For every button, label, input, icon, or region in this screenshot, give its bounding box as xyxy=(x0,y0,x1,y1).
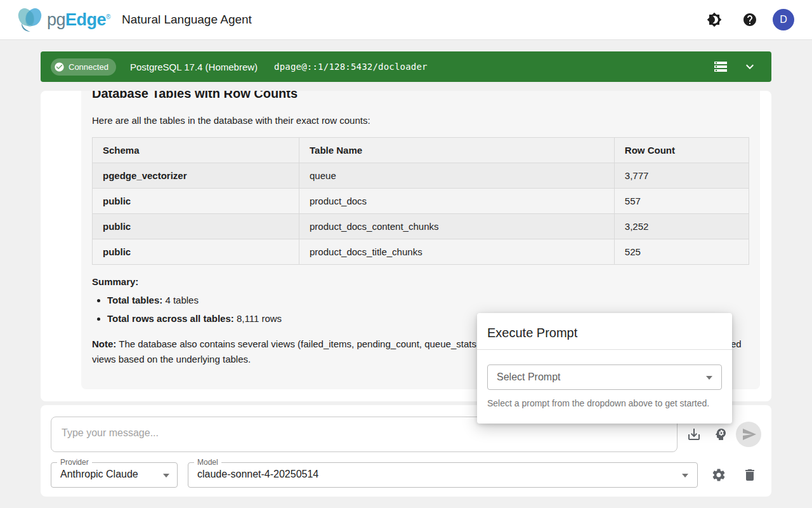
execute-prompt-modal: Execute Prompt Select Prompt Select a pr… xyxy=(477,313,732,424)
send-icon xyxy=(742,427,757,442)
connection-collapse-button[interactable] xyxy=(741,58,759,76)
table-cell-count: 557 xyxy=(614,189,749,214)
modal-title: Execute Prompt xyxy=(477,313,732,349)
table-cell-table: queue xyxy=(299,163,615,189)
connection-status-label: Connected xyxy=(69,62,108,72)
column-header-table-name: Table Name xyxy=(299,138,615,163)
select-prompt-value: Select Prompt xyxy=(497,371,560,383)
table-row: publicproduct_docs557 xyxy=(93,189,749,214)
table-row: publicproduct_docs_title_chunks525 xyxy=(93,239,749,265)
dropdown-arrow-icon xyxy=(163,474,169,478)
dark-mode-toggle-button[interactable] xyxy=(702,7,727,32)
model-select-value: claude-sonnet-4-20250514 xyxy=(197,469,318,480)
pgedge-logo-icon xyxy=(15,6,46,33)
model-select[interactable]: Model claude-sonnet-4-20250514 xyxy=(188,462,698,488)
logo-registered-mark: ® xyxy=(106,13,110,20)
table-cell-schema: public xyxy=(93,239,299,265)
send-message-button[interactable] xyxy=(736,422,761,447)
database-details-button[interactable] xyxy=(712,58,730,76)
brightness-icon xyxy=(707,12,722,27)
connection-bar: Connected PostgreSQL 17.4 (Homebrew) dpa… xyxy=(41,51,771,82)
table-cell-count: 525 xyxy=(614,239,749,265)
user-avatar[interactable]: D xyxy=(773,9,794,30)
model-select-label: Model xyxy=(194,458,221,467)
table-cell-schema: pgedge_vectorizer xyxy=(93,163,299,189)
select-prompt-dropdown[interactable]: Select Prompt xyxy=(487,364,722,390)
help-icon xyxy=(742,12,757,27)
table-cell-table: product_docs_title_chunks xyxy=(299,239,615,265)
table-cell-schema: public xyxy=(93,214,299,239)
message-heading: Database Tables with Row Counts xyxy=(92,91,749,102)
provider-select-label: Provider xyxy=(57,458,92,467)
table-cell-count: 3,252 xyxy=(614,214,749,239)
dropdown-arrow-icon xyxy=(706,376,712,380)
table-body: pgedge_vectorizerqueue3,777publicproduct… xyxy=(93,163,749,265)
provider-select[interactable]: Provider Anthropic Claude xyxy=(51,462,178,488)
table-cell-table: product_docs_content_chunks xyxy=(299,214,615,239)
check-circle-icon xyxy=(54,62,65,72)
server-version-label: PostgreSQL 17.4 (Homebrew) xyxy=(130,62,258,72)
summary-label: Summary: xyxy=(92,276,749,287)
table-cell-table: product_docs xyxy=(299,189,615,214)
row-counts-table: Schema Table Name Row Count pgedge_vecto… xyxy=(92,137,749,265)
connection-dsn: dpage@::1/128:5432/docloader xyxy=(274,62,428,72)
table-cell-count: 3,777 xyxy=(614,163,749,189)
table-header-row: Schema Table Name Row Count xyxy=(93,138,749,163)
storage-icon xyxy=(713,59,728,74)
help-button[interactable] xyxy=(737,7,763,32)
page-title: Natural Language Agent xyxy=(122,13,252,27)
provider-select-value: Anthropic Claude xyxy=(60,469,138,480)
list-item: Total tables: 4 tables xyxy=(107,293,749,307)
table-row: publicproduct_docs_content_chunks3,252 xyxy=(93,214,749,239)
column-header-schema: Schema xyxy=(93,138,299,163)
download-icon xyxy=(686,427,702,442)
logo-text-edge: Edge xyxy=(65,10,106,29)
chevron-down-icon xyxy=(742,59,757,74)
dropdown-arrow-icon xyxy=(682,474,688,478)
message-intro: Here are all the tables in the database … xyxy=(92,114,749,127)
gear-icon xyxy=(711,467,726,483)
psychology-icon xyxy=(713,427,728,442)
table-row: pgedge_vectorizerqueue3,777 xyxy=(93,163,749,189)
table-cell-schema: public xyxy=(93,189,299,214)
logo-text-pg: pg xyxy=(47,10,65,29)
connection-status-chip: Connected xyxy=(51,58,116,76)
pgedge-logo: pgEdge® xyxy=(15,6,110,33)
app-header: pgEdge® Natural Language Agent D xyxy=(0,0,812,40)
modal-helper-text: Select a prompt from the dropdown above … xyxy=(487,398,709,408)
trash-icon xyxy=(742,467,757,483)
clear-chat-button[interactable] xyxy=(742,467,757,483)
thinking-mode-button[interactable] xyxy=(713,427,728,442)
column-header-row-count: Row Count xyxy=(614,138,749,163)
header-actions: D xyxy=(702,7,794,32)
settings-button[interactable] xyxy=(711,467,726,483)
download-chat-button[interactable] xyxy=(686,427,702,442)
modal-divider xyxy=(477,349,732,350)
